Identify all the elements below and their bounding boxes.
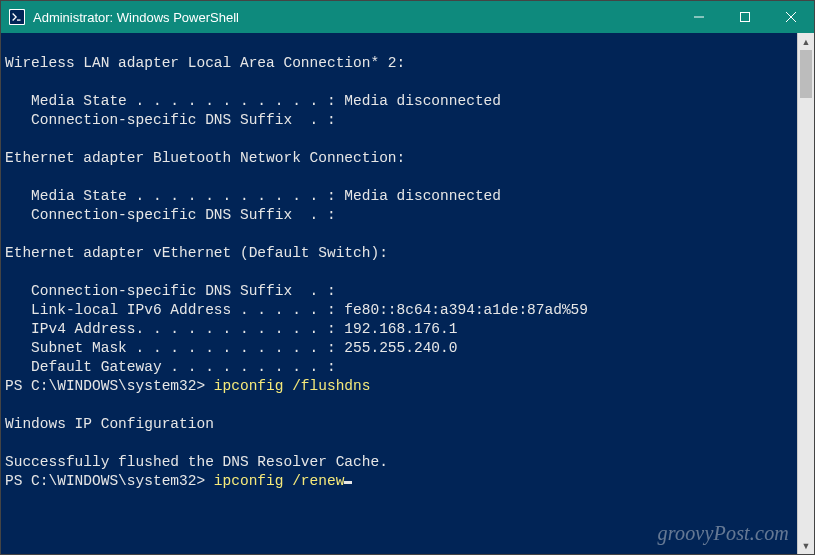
- scroll-thumb[interactable]: [800, 50, 812, 98]
- chevron-up-icon: ▲: [802, 37, 811, 47]
- terminal-line: [5, 73, 793, 92]
- terminal-line: [5, 225, 793, 244]
- terminal-line: Wireless LAN adapter Local Area Connecti…: [5, 54, 793, 73]
- terminal-line: [5, 168, 793, 187]
- powershell-icon: [9, 9, 25, 25]
- titlebar[interactable]: Administrator: Windows PowerShell: [1, 1, 814, 33]
- terminal-line: [5, 434, 793, 453]
- terminal-output[interactable]: Wireless LAN adapter Local Area Connecti…: [1, 33, 797, 554]
- terminal-line: Ethernet adapter Bluetooth Network Conne…: [5, 149, 793, 168]
- window-title: Administrator: Windows PowerShell: [33, 10, 239, 25]
- terminal-line: [5, 130, 793, 149]
- terminal-line: PS C:\WINDOWS\system32> ipconfig /renew: [5, 472, 793, 491]
- minimize-icon: [694, 12, 704, 22]
- command-text: ipconfig /renew: [214, 473, 345, 489]
- maximize-button[interactable]: [722, 1, 768, 33]
- terminal-area: Wireless LAN adapter Local Area Connecti…: [1, 33, 814, 554]
- terminal-line: IPv4 Address. . . . . . . . . . . : 192.…: [5, 320, 793, 339]
- terminal-line: Connection-specific DNS Suffix . :: [5, 282, 793, 301]
- maximize-icon: [740, 12, 750, 22]
- terminal-line: [5, 396, 793, 415]
- scroll-track[interactable]: [798, 50, 814, 537]
- scroll-up-button[interactable]: ▲: [798, 33, 814, 50]
- terminal-line: Link-local IPv6 Address . . . . . : fe80…: [5, 301, 793, 320]
- terminal-line: [5, 263, 793, 282]
- prompt: PS C:\WINDOWS\system32>: [5, 378, 214, 394]
- terminal-line: Ethernet adapter vEthernet (Default Swit…: [5, 244, 793, 263]
- terminal-line: Successfully flushed the DNS Resolver Ca…: [5, 453, 793, 472]
- terminal-line: Media State . . . . . . . . . . . : Medi…: [5, 187, 793, 206]
- scroll-down-button[interactable]: ▼: [798, 537, 814, 554]
- terminal-line: Default Gateway . . . . . . . . . :: [5, 358, 793, 377]
- terminal-line: Media State . . . . . . . . . . . : Medi…: [5, 92, 793, 111]
- scrollbar[interactable]: ▲ ▼: [797, 33, 814, 554]
- close-button[interactable]: [768, 1, 814, 33]
- terminal-line: Connection-specific DNS Suffix . :: [5, 111, 793, 130]
- window-frame: Administrator: Windows PowerShell Wirele…: [0, 0, 815, 555]
- terminal-line: [5, 35, 793, 54]
- cursor: [344, 481, 352, 484]
- terminal-line: Connection-specific DNS Suffix . :: [5, 206, 793, 225]
- terminal-line: PS C:\WINDOWS\system32> ipconfig /flushd…: [5, 377, 793, 396]
- chevron-down-icon: ▼: [802, 541, 811, 551]
- minimize-button[interactable]: [676, 1, 722, 33]
- svg-rect-3: [741, 13, 750, 22]
- terminal-line: Windows IP Configuration: [5, 415, 793, 434]
- close-icon: [786, 12, 796, 22]
- command-text: ipconfig /flushdns: [214, 378, 371, 394]
- prompt: PS C:\WINDOWS\system32>: [5, 473, 214, 489]
- terminal-line: Subnet Mask . . . . . . . . . . . : 255.…: [5, 339, 793, 358]
